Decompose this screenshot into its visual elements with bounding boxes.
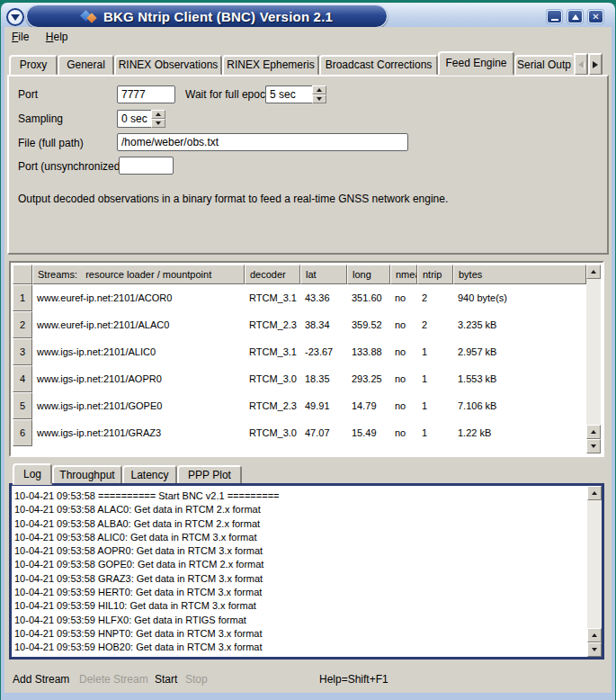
log-scrollbar[interactable]	[587, 486, 602, 657]
row-number[interactable]: 3	[13, 338, 32, 365]
cell-decoder[interactable]: RTCM_3.1	[245, 338, 300, 365]
tab-rinex-ephemeris[interactable]: RINEX Ephemeris	[222, 55, 319, 76]
port-unsync-input[interactable]	[119, 157, 174, 175]
row-number[interactable]: 5	[13, 392, 32, 419]
table-row[interactable]: 3 www.igs-ip.net:2101/ALIC0 RTCM_3.1 -23…	[13, 338, 586, 365]
scroll-down-button[interactable]	[587, 642, 602, 657]
cell-nmea[interactable]: no	[390, 284, 417, 311]
cell-lat[interactable]: 49.91	[300, 392, 347, 419]
file-path-input[interactable]	[117, 133, 408, 151]
table-row[interactable]: 4 www.igs-ip.net:2101/AOPR0 RTCM_3.0 18.…	[13, 365, 586, 392]
table-row[interactable]: 6 www.igs-ip.net:2101/GRAZ3 RTCM_3.0 47.…	[13, 419, 586, 446]
start-button[interactable]: Start	[155, 673, 177, 686]
cell-nmea[interactable]: no	[390, 392, 417, 419]
header-ntrip[interactable]: ntrip	[417, 265, 453, 284]
log-output[interactable]: 10-04-21 09:53:58 ========== Start BNC v…	[9, 483, 604, 660]
cell-lat[interactable]: 47.07	[300, 419, 347, 446]
cell-long[interactable]: 293.25	[347, 365, 390, 392]
cell-long[interactable]: 14.79	[347, 392, 390, 419]
cell-ntrip[interactable]: 2	[417, 284, 453, 311]
menu-help[interactable]: Help	[40, 27, 74, 43]
cell-long[interactable]: 133.88	[347, 338, 390, 365]
window-menu-button[interactable]	[6, 8, 24, 26]
cell-ntrip[interactable]: 1	[417, 365, 453, 392]
tab-serial-output[interactable]: Serial Outp	[514, 55, 574, 76]
table-row[interactable]: 1 www.euref-ip.net:2101/ACOR0 RTCM_3.1 4…	[13, 284, 586, 311]
table-row[interactable]: 2 www.euref-ip.net:2101/ALAC0 RTCM_2.3 3…	[13, 311, 586, 338]
table-scrollbar[interactable]	[586, 265, 601, 453]
maximize-button[interactable]	[567, 10, 583, 23]
cell-lat[interactable]: 43.36	[300, 284, 347, 311]
cell-ntrip[interactable]: 1	[417, 338, 453, 365]
minimize-button[interactable]	[547, 10, 562, 23]
cell-decoder[interactable]: RTCM_3.1	[245, 284, 300, 311]
cell-mountpoint[interactable]: www.euref-ip.net:2101/ALAC0	[32, 311, 245, 338]
row-number[interactable]: 2	[13, 311, 32, 338]
titlebar[interactable]: BKG Ntrip Client (BNC) Version 2.1 ✕	[1, 3, 615, 27]
spin-up-button[interactable]	[312, 85, 326, 94]
cell-long[interactable]: 359.52	[347, 311, 390, 338]
cell-mountpoint[interactable]: www.igs-ip.net:2101/GOPE0	[32, 392, 245, 419]
table-row[interactable]: 5 www.igs-ip.net:2101/GOPE0 RTCM_2.3 49.…	[13, 392, 586, 419]
cell-long[interactable]: 15.49	[347, 419, 390, 446]
header-mountpoint[interactable]: Streams: resource loader / mountpoint	[32, 265, 245, 284]
spin-up-button[interactable]	[151, 110, 165, 119]
scroll-up-button[interactable]	[587, 628, 602, 642]
tab-feed-engine[interactable]: Feed Engine	[438, 51, 514, 76]
scroll-track[interactable]	[586, 279, 601, 425]
cell-decoder[interactable]: RTCM_3.0	[245, 419, 300, 446]
cell-bytes[interactable]: 1.553 kB	[453, 365, 586, 392]
cell-ntrip[interactable]: 2	[417, 311, 453, 338]
cell-long[interactable]: 351.60	[347, 284, 390, 311]
header-nmea[interactable]: nmea	[390, 265, 417, 284]
cell-ntrip[interactable]: 1	[417, 392, 453, 419]
tab-log[interactable]: Log	[13, 463, 52, 485]
cell-nmea[interactable]: no	[390, 365, 417, 392]
scroll-up-button[interactable]	[587, 486, 602, 500]
cell-bytes[interactable]: 940 byte(s)	[453, 284, 586, 311]
cell-decoder[interactable]: RTCM_2.3	[245, 311, 300, 338]
tab-throughput[interactable]: Throughput	[52, 465, 122, 485]
scroll-up-button[interactable]	[586, 265, 601, 279]
header-decoder[interactable]: decoder	[245, 265, 300, 284]
add-stream-button[interactable]: Add Stream	[13, 673, 69, 686]
cell-nmea[interactable]: no	[390, 338, 417, 365]
tab-rinex-observations[interactable]: RINEX Observations	[114, 55, 222, 76]
cell-bytes[interactable]: 1.22 kB	[453, 419, 586, 446]
cell-mountpoint[interactable]: www.igs-ip.net:2101/AOPR0	[32, 365, 245, 392]
tab-broadcast-corrections[interactable]: Broadcast Corrections	[319, 55, 438, 76]
tab-ppp-plot[interactable]: PPP Plot	[177, 465, 242, 485]
cell-bytes[interactable]: 2.957 kB	[453, 338, 586, 365]
cell-lat[interactable]: 38.34	[300, 311, 347, 338]
header-long[interactable]: long	[347, 265, 390, 284]
port-input[interactable]	[117, 85, 175, 103]
row-number[interactable]: 4	[13, 365, 32, 392]
header-lat[interactable]: lat	[300, 265, 347, 284]
cell-bytes[interactable]: 3.235 kB	[453, 311, 586, 338]
cell-lat[interactable]: -23.67	[300, 338, 347, 365]
tab-general[interactable]: General	[58, 55, 114, 76]
wait-epoch-spinbox[interactable]: 5 sec	[265, 85, 326, 103]
cell-decoder[interactable]: RTCM_2.3	[245, 392, 300, 419]
cell-mountpoint[interactable]: www.igs-ip.net:2101/GRAZ3	[32, 419, 245, 446]
row-number[interactable]: 1	[13, 284, 32, 311]
sampling-value[interactable]: 0 sec	[117, 110, 151, 128]
cell-nmea[interactable]: no	[390, 419, 417, 446]
close-button[interactable]: ✕	[588, 10, 603, 23]
row-number[interactable]: 6	[13, 419, 32, 446]
cell-nmea[interactable]: no	[390, 311, 417, 338]
scroll-up-button[interactable]	[586, 425, 601, 439]
spin-down-button[interactable]	[312, 94, 326, 103]
scroll-down-button[interactable]	[586, 439, 601, 453]
cell-decoder[interactable]: RTCM_3.0	[245, 365, 300, 392]
spin-down-button[interactable]	[151, 119, 165, 128]
tab-latency[interactable]: Latency	[122, 465, 177, 485]
cell-bytes[interactable]: 7.106 kB	[453, 392, 586, 419]
cell-ntrip[interactable]: 1	[417, 419, 453, 446]
tab-proxy[interactable]: Proxy	[9, 55, 58, 76]
header-bytes[interactable]: bytes	[453, 265, 586, 284]
tab-scroll-right-button[interactable]	[588, 53, 603, 76]
cell-mountpoint[interactable]: www.igs-ip.net:2101/ALIC0	[32, 338, 245, 365]
sampling-spinbox[interactable]: 0 sec	[117, 110, 165, 128]
cell-mountpoint[interactable]: www.euref-ip.net:2101/ACOR0	[32, 284, 245, 311]
